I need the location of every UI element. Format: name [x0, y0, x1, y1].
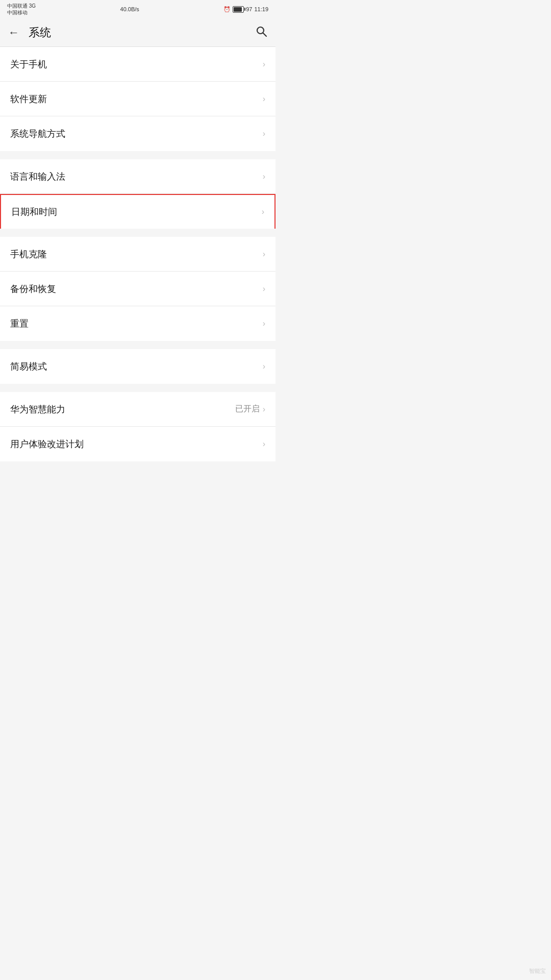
menu-item-value-huawei-ai: 已开启 [235, 404, 260, 414]
section-group-group2: 语言和输入法›日期和时间› [0, 159, 276, 229]
section-group-group1: 关于手机›软件更新›系统导航方式› [0, 47, 276, 151]
menu-item-label-user-experience: 用户体验改进计划 [10, 438, 84, 450]
menu-item-software-update[interactable]: 软件更新› [0, 82, 276, 116]
menu-item-label-navigation: 系统导航方式 [10, 128, 65, 140]
chevron-icon-reset: › [263, 319, 265, 328]
group-divider-3 [0, 388, 276, 392]
chevron-icon-user-experience: › [263, 439, 265, 449]
menu-item-right-reset: › [263, 319, 265, 328]
back-button[interactable]: ← [8, 26, 19, 39]
menu-item-label-software-update: 软件更新 [10, 93, 47, 105]
section-group-group4: 简易模式› [0, 349, 276, 384]
menu-item-huawei-ai[interactable]: 华为智慧能力已开启› [0, 392, 276, 427]
chevron-icon-backup-restore: › [263, 284, 265, 293]
menu-item-label-language-input: 语言和输入法 [10, 170, 65, 183]
page-title: 系统 [29, 25, 51, 40]
chevron-icon-software-update: › [263, 94, 265, 104]
carrier1-label: 中国联通 3G [7, 3, 36, 9]
chevron-icon-phone-clone: › [263, 250, 265, 259]
status-bar: 中国联通 3G 中国移动 40.0B/s ⏰ 97 11:19 [0, 0, 276, 18]
menu-item-right-language-input: › [263, 172, 265, 181]
section-group-group3: 手机克隆›备份和恢复›重置› [0, 237, 276, 341]
menu-item-user-experience[interactable]: 用户体验改进计划› [0, 427, 276, 461]
chevron-icon-simple-mode: › [263, 362, 265, 371]
menu-item-right-huawei-ai: 已开启› [235, 404, 265, 414]
chevron-icon-huawei-ai: › [263, 405, 265, 414]
status-right-area: ⏰ 97 11:19 [223, 6, 268, 13]
carrier-info: 中国联通 3G 中国移动 [7, 3, 36, 16]
menu-item-navigation[interactable]: 系统导航方式› [0, 116, 276, 151]
menu-item-right-simple-mode: › [263, 362, 265, 371]
menu-item-phone-clone[interactable]: 手机克隆› [0, 237, 276, 272]
menu-item-right-backup-restore: › [263, 284, 265, 293]
app-bar-left: ← 系统 [8, 25, 51, 40]
menu-item-simple-mode[interactable]: 简易模式› [0, 349, 276, 384]
menu-item-backup-restore[interactable]: 备份和恢复› [0, 272, 276, 306]
battery-level: 97 [246, 6, 252, 12]
network-speed: 40.0B/s [120, 6, 139, 12]
menu-item-label-reset: 重置 [10, 317, 29, 330]
menu-container: 关于手机›软件更新›系统导航方式›语言和输入法›日期和时间›手机克隆›备份和恢复… [0, 47, 276, 461]
alarm-icon: ⏰ [223, 6, 231, 13]
svg-line-1 [263, 33, 267, 36]
menu-item-date-time[interactable]: 日期和时间› [0, 194, 276, 229]
menu-item-about-phone[interactable]: 关于手机› [0, 47, 276, 82]
group-divider-1 [0, 233, 276, 237]
group-divider-2 [0, 345, 276, 349]
menu-item-right-user-experience: › [263, 439, 265, 449]
group-divider-0 [0, 155, 276, 159]
menu-item-right-navigation: › [263, 129, 265, 138]
menu-item-right-about-phone: › [263, 60, 265, 69]
menu-item-label-huawei-ai: 华为智慧能力 [10, 403, 65, 415]
chevron-icon-date-time: › [262, 207, 264, 216]
carrier2-label: 中国移动 [7, 9, 36, 16]
menu-item-right-date-time: › [262, 207, 264, 216]
menu-item-label-phone-clone: 手机克隆 [10, 248, 47, 260]
menu-item-label-date-time: 日期和时间 [11, 206, 57, 218]
battery-icon [233, 6, 244, 13]
app-bar: ← 系统 [0, 18, 276, 47]
menu-item-label-backup-restore: 备份和恢复 [10, 283, 56, 295]
menu-item-label-about-phone: 关于手机 [10, 58, 47, 70]
time-display: 11:19 [254, 6, 268, 12]
menu-item-right-software-update: › [263, 94, 265, 104]
chevron-icon-language-input: › [263, 172, 265, 181]
battery-fill [234, 7, 242, 12]
chevron-icon-navigation: › [263, 129, 265, 138]
search-button[interactable] [255, 25, 267, 40]
menu-item-reset[interactable]: 重置› [0, 306, 276, 341]
menu-item-language-input[interactable]: 语言和输入法› [0, 159, 276, 194]
chevron-icon-about-phone: › [263, 60, 265, 69]
section-group-group5: 华为智慧能力已开启›用户体验改进计划› [0, 392, 276, 461]
menu-item-label-simple-mode: 简易模式 [10, 360, 47, 373]
menu-item-right-phone-clone: › [263, 250, 265, 259]
